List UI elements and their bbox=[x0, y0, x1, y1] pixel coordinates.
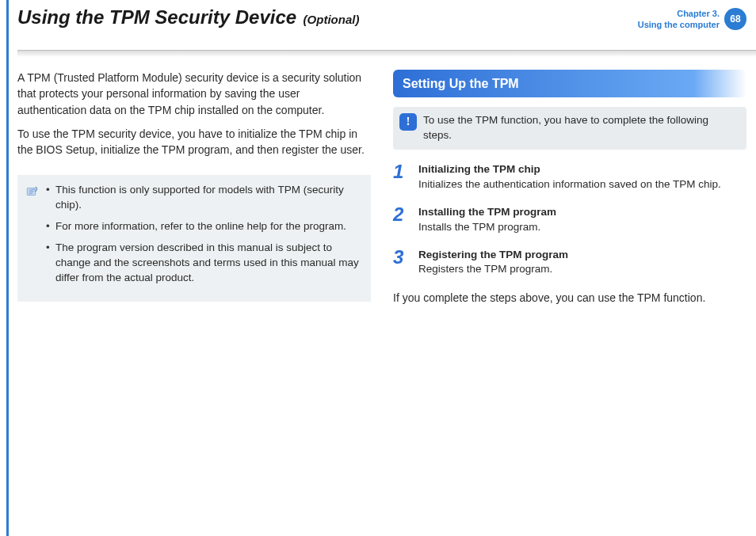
section-header: Setting Up the TPM bbox=[393, 70, 746, 97]
page-header: Using the TPM Security Device (Optional)… bbox=[0, 0, 756, 48]
step-3: 3 Registering the TPM program Registers … bbox=[393, 248, 746, 278]
callout-text: To use the TPM function, you have to com… bbox=[423, 113, 739, 143]
header-right: Chapter 3. Using the computer 68 bbox=[638, 8, 746, 31]
left-column: A TPM (Trusted Platform Module) security… bbox=[17, 70, 371, 306]
note-item: For more information, refer to the onlin… bbox=[24, 219, 361, 234]
step-title: Registering the TPM program bbox=[418, 248, 746, 263]
closing-paragraph: If you complete the steps above, you can… bbox=[393, 290, 746, 306]
page-title-suffix: (Optional) bbox=[304, 13, 360, 26]
right-column: Setting Up the TPM ! To use the TPM func… bbox=[393, 70, 746, 306]
note-icon bbox=[25, 184, 40, 199]
step-2: 2 Installing the TPM program Installs th… bbox=[393, 205, 746, 235]
chapter-label: Chapter 3. Using the computer bbox=[638, 8, 720, 31]
step-number: 3 bbox=[393, 248, 407, 278]
note-item: This function is only supported for mode… bbox=[24, 183, 361, 213]
step-desc: Registers the TPM program. bbox=[418, 262, 746, 277]
note-text: The program version described in this ma… bbox=[55, 241, 359, 283]
step-number: 2 bbox=[393, 205, 407, 235]
alert-icon: ! bbox=[399, 113, 417, 131]
note-list: This function is only supported for mode… bbox=[24, 183, 361, 285]
chapter-line-2: Using the computer bbox=[638, 19, 720, 30]
page-number: 68 bbox=[724, 8, 746, 30]
page-title: Using the TPM Security Device bbox=[17, 6, 296, 28]
content-columns: A TPM (Trusted Platform Module) security… bbox=[0, 70, 756, 306]
note-box: This function is only supported for mode… bbox=[17, 175, 371, 301]
step-number: 1 bbox=[393, 162, 407, 192]
intro-paragraph-1: A TPM (Trusted Platform Module) security… bbox=[17, 70, 371, 118]
note-text: For more information, refer to the onlin… bbox=[55, 220, 346, 232]
step-body: Initializing the TPM chip Initializes th… bbox=[418, 162, 746, 192]
step-1: 1 Initializing the TPM chip Initializes … bbox=[393, 162, 746, 192]
header-rule bbox=[17, 51, 756, 57]
note-text: This function is only supported for mode… bbox=[55, 184, 344, 211]
step-desc: Initializes the authentication informati… bbox=[418, 177, 746, 192]
step-title: Installing the TPM program bbox=[418, 205, 746, 220]
intro-paragraph-2: To use the TPM security device, you have… bbox=[17, 126, 371, 158]
step-desc: Installs the TPM program. bbox=[418, 220, 746, 235]
callout-box: ! To use the TPM function, you have to c… bbox=[393, 107, 746, 150]
step-body: Registering the TPM program Registers th… bbox=[418, 248, 746, 278]
step-body: Installing the TPM program Installs the … bbox=[418, 205, 746, 235]
page-accent-border bbox=[6, 0, 9, 536]
note-item: The program version described in this ma… bbox=[24, 241, 361, 286]
chapter-line-1: Chapter 3. bbox=[638, 8, 720, 19]
step-title: Initializing the TPM chip bbox=[418, 162, 746, 177]
